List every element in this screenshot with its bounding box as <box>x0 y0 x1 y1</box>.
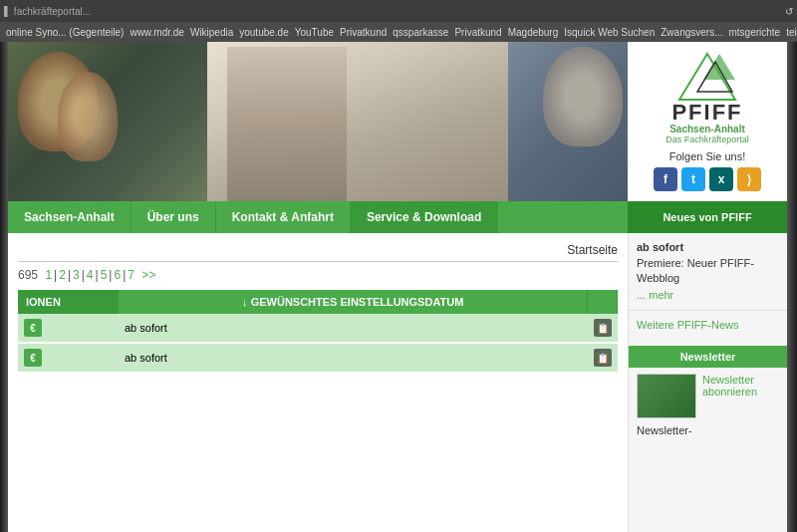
pfiff-subtitle-green: Sachsen-Anhalt <box>669 124 745 134</box>
col-date-header: ↓ GEWÜNSCHTES EINSTELLUNGSDATUM <box>119 290 588 314</box>
more-news: Weitere PFIFF-News <box>629 311 787 338</box>
newsletter-text-1[interactable]: Newsletter <box>702 374 754 386</box>
banner-photos <box>8 42 628 201</box>
job-table: IONEN ↓ GEWÜNSCHTES EINSTELLUNGSDATUM € … <box>18 290 618 374</box>
browser-chrome: ▌ fachkräfteportal... ↺ <box>0 0 797 22</box>
sidebar-news-text: Premiere: Neuer PFIFF-Webblog <box>637 256 779 287</box>
page-3[interactable]: 3 <box>73 268 80 282</box>
main-column: Startseite 695 1 | 2 | 3 | 4 | 5 | 6 <box>8 233 628 532</box>
euro-icon-2: € <box>24 349 42 367</box>
more-news-link[interactable]: Weitere PFIFF-News <box>637 319 738 331</box>
page-6[interactable]: 6 <box>114 268 121 282</box>
newsletter-image <box>637 374 696 418</box>
content-area: Startseite 695 1 | 2 | 3 | 4 | 5 | 6 <box>8 233 787 532</box>
newsletter-header: Newsletter <box>629 346 787 368</box>
pfiff-logo-area: PFIFF Sachsen-Anhalt Das Fachkräfteporta… <box>628 42 787 201</box>
nav-bar: Sachsen-Anhalt Über uns Kontakt & Anfahr… <box>8 201 787 233</box>
xing-icon[interactable]: x <box>709 167 733 191</box>
row2-date: ab sofort <box>119 343 588 373</box>
nav-sachsen-anhalt[interactable]: Sachsen-Anhalt <box>8 201 132 233</box>
banner-photo-center <box>207 42 508 201</box>
result-count: 695 <box>18 268 38 282</box>
nav-service-download[interactable]: Service & Download <box>351 201 498 233</box>
bookmark-11[interactable]: Zwangsvers... <box>661 27 722 38</box>
col-actions-header <box>588 290 618 314</box>
newsletter-section: Newsletter Newsletter abonnieren Newslet… <box>629 338 787 446</box>
bookmark-10[interactable]: Isquick Web Suchen <box>564 27 655 38</box>
table-row[interactable]: € ab sofort 📋 <box>18 314 618 343</box>
bookmark-6[interactable]: Privatkund <box>340 27 387 38</box>
row1-date: ab sofort <box>119 314 588 343</box>
pfiff-logo-icon <box>677 52 737 102</box>
table-row[interactable]: € ab sofort 📋 <box>18 343 618 373</box>
book-icon-1[interactable]: 📋 <box>594 319 612 337</box>
pfiff-subtitle-small: Das Fachkräfteportal <box>665 134 749 144</box>
right-edge <box>787 42 797 532</box>
twitter-icon[interactable]: t <box>681 167 705 191</box>
reload-icon[interactable]: ↺ <box>785 6 793 17</box>
banner-photo-right <box>508 42 628 201</box>
bookmark-9[interactable]: Magdeburg <box>508 27 559 38</box>
newsletter-dash: Newsletter- <box>637 422 779 438</box>
page-4[interactable]: 4 <box>87 268 94 282</box>
row2-region: € <box>18 343 119 373</box>
nav-ueber-uns[interactable]: Über uns <box>132 201 216 233</box>
header-banner: PFIFF Sachsen-Anhalt Das Fachkräfteporta… <box>8 42 787 201</box>
table-header-row: IONEN ↓ GEWÜNSCHTES EINSTELLUNGSDATUM <box>18 290 618 314</box>
nav-kontakt[interactable]: Kontakt & Anfahrt <box>216 201 351 233</box>
banner-photo-left <box>8 42 207 201</box>
page-7[interactable]: 7 <box>128 268 134 282</box>
nav-left: Sachsen-Anhalt Über uns Kontakt & Anfahr… <box>8 201 628 233</box>
bookmark-2[interactable]: www.mdr.de <box>130 27 183 38</box>
nav-right: Neues von PFIFF <box>628 201 787 233</box>
newsletter-text-2[interactable]: abonnieren <box>702 386 757 398</box>
pfiff-logo-text: PFIFF <box>671 102 742 124</box>
bookmark-3[interactable]: Wikipedia <box>190 27 233 38</box>
col-region-header: IONEN <box>18 290 119 314</box>
bookmark-12[interactable]: mtsgerichte <box>729 27 781 38</box>
sidebar-news-section: ab sofort Premiere: Neuer PFIFF-Webblog … <box>629 233 787 311</box>
bookmark-1[interactable]: online Syno... (Gegenteile) <box>6 27 124 38</box>
folgen-text: Folgen Sie uns! <box>669 150 745 162</box>
euro-icon-1: € <box>24 319 42 337</box>
facebook-icon[interactable]: f <box>654 167 677 191</box>
sidebar-news-bold: ab sofort <box>637 241 779 253</box>
row1-action: 📋 <box>588 314 618 343</box>
page-next[interactable]: >> <box>141 268 155 282</box>
newsletter-content: Newsletter abonnieren <box>637 374 779 418</box>
bookmark-8[interactable]: Privatkund <box>454 27 501 38</box>
main-content: PFIFF Sachsen-Anhalt Das Fachkräfteporta… <box>8 42 787 532</box>
bookmark-5[interactable]: YouTube <box>295 27 334 38</box>
bookmark-7[interactable]: qssparkasse <box>393 27 448 38</box>
sidebar: ab sofort Premiere: Neuer PFIFF-Webblog … <box>628 233 787 532</box>
bookmark-4[interactable]: youtube.de <box>239 27 289 38</box>
row1-region: € <box>18 314 119 343</box>
bookmarks-bar: online Syno... (Gegenteile) www.mdr.de W… <box>0 22 797 42</box>
page-wrapper: PFIFF Sachsen-Anhalt Das Fachkräfteporta… <box>0 42 797 532</box>
rss-icon[interactable]: ) <box>737 167 761 191</box>
page-1[interactable]: 1 <box>45 268 52 282</box>
address-bar: ▌ fachkräfteportal... <box>4 6 91 17</box>
row2-action: 📋 <box>588 343 618 373</box>
sidebar-news-more[interactable]: ... mehr <box>637 289 673 301</box>
left-edge <box>0 42 8 532</box>
svg-marker-1 <box>703 54 735 80</box>
newsletter-dash-text: Newsletter- <box>637 424 692 436</box>
page-5[interactable]: 5 <box>101 268 108 282</box>
nav-right-label: Neues von PFIFF <box>663 211 751 223</box>
breadcrumb: Startseite <box>18 239 618 262</box>
book-icon-2[interactable]: 📋 <box>594 349 612 367</box>
breadcrumb-text: Startseite <box>567 243 618 257</box>
pagination: 695 1 | 2 | 3 | 4 | 5 | 6 | 7 >> <box>18 268 618 282</box>
page-2[interactable]: 2 <box>59 268 66 282</box>
bookmark-13[interactable]: teilAuto - <box>786 27 797 38</box>
social-icons: f t x ) <box>654 167 761 191</box>
